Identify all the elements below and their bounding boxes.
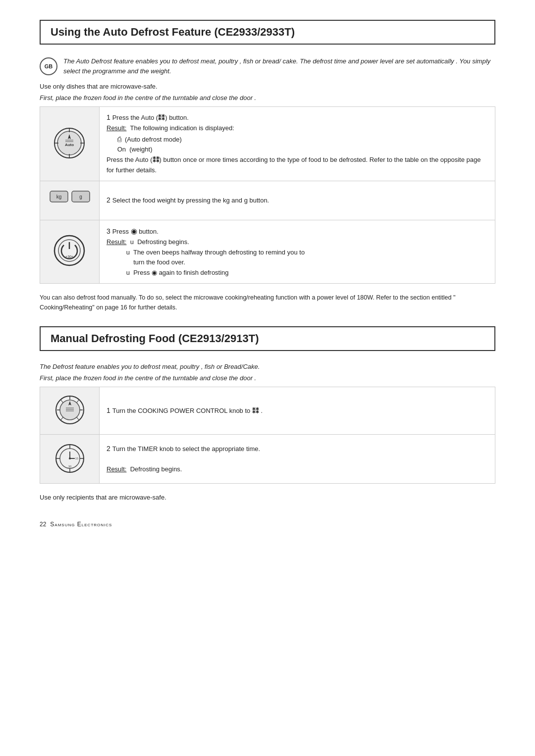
section2-footer-note: Use only recipients that are microwave-s…	[40, 494, 495, 501]
step1-text-cell: 1 Press the Auto (⁑⁑) button. Result: Th…	[100, 107, 495, 181]
step2-row: kg g 2 Select the food weight by pressin…	[40, 181, 495, 220]
power-control-knob-icon	[48, 392, 92, 428]
svg-text:kg: kg	[56, 194, 61, 200]
kg-g-icon: kg g	[48, 186, 92, 213]
manual-step2-text-cell: 2 Turn the TIMER knob to select the appr…	[100, 434, 495, 483]
svg-text:Auto: Auto	[65, 143, 74, 147]
section2-steps-table: 1 Turn the COOKING POWER CONTROL knob to…	[40, 387, 495, 484]
section1-title: Using the Auto Defrost Feature (CE2933/2…	[40, 20, 495, 45]
section1-note: Use only dishes that are microwave-safe.	[40, 83, 495, 90]
svg-text:15: 15	[75, 457, 78, 460]
manual-step1-text-cell: 1 Turn the COOKING POWER CONTROL knob to…	[100, 387, 495, 434]
svg-text:30: 30	[68, 465, 71, 468]
page-number: 22	[40, 521, 46, 528]
gb-badge: GB	[40, 57, 57, 75]
svg-point-38	[69, 457, 71, 459]
manual-step1-number: 1	[107, 406, 112, 414]
section1-placement: First, place the frozen food in the cent…	[40, 94, 495, 101]
step2-text-cell: 2 Select the food weight by pressing the…	[100, 181, 495, 220]
section1-steps-table: Auto 1 Press the Auto (⁑⁑) button. Resul…	[40, 106, 495, 284]
manual-step2-icon-cell: 30 15	[40, 434, 100, 483]
section1: Using the Auto Defrost Feature (CE2933/2…	[40, 20, 495, 312]
start-button-icon: +30s	[51, 232, 88, 269]
brand-name: Samsung Electronics	[50, 521, 112, 528]
step1-row: Auto 1 Press the Auto (⁑⁑) button. Resul…	[40, 107, 495, 181]
manual-step1-icon-cell	[40, 387, 100, 434]
step3-number: 3	[107, 227, 112, 235]
manual-step2-row: 30 15 2 Turn the TIMER knob to select th…	[40, 434, 495, 483]
svg-text:g: g	[79, 194, 82, 200]
section2: Manual Defrosting Food (CE2913/2913T) Th…	[40, 326, 495, 501]
svg-point-14	[54, 236, 84, 265]
step1-number: 1	[107, 113, 112, 121]
timer-knob-icon: 30 15	[48, 440, 92, 477]
manual-step2-number: 2	[107, 445, 112, 453]
step2-number: 2	[107, 196, 112, 204]
step1-icon-cell: Auto	[40, 107, 100, 181]
auto-knob-icon: Auto	[49, 125, 91, 161]
svg-line-24	[61, 417, 63, 420]
svg-line-22	[61, 400, 63, 403]
svg-line-25	[77, 417, 79, 420]
step3-row: +30s 3 Press ◉ button. Result: u Defrost…	[40, 220, 495, 283]
section2-intro: The Defrost feature enables you to defro…	[40, 363, 495, 370]
section1-intro: The Auto Defrost feature enables you to …	[63, 56, 495, 76]
section2-title: Manual Defrosting Food (CE2913/2913T)	[40, 326, 495, 351]
step3-icon-cell: +30s	[40, 220, 100, 283]
step2-icon-cell: kg g	[40, 181, 100, 220]
step3-text-cell: 3 Press ◉ button. Result: u Defrosting b…	[100, 220, 495, 283]
manual-defrost-note: You can also defrost food manually. To d…	[40, 293, 495, 312]
svg-line-23	[77, 400, 79, 403]
section2-placement: First, place the frozen food in the cent…	[40, 374, 495, 382]
svg-text:+30s: +30s	[65, 254, 74, 259]
page-footer: 22 Samsung Electronics	[40, 521, 495, 528]
manual-step1-row: 1 Turn the COOKING POWER CONTROL knob to…	[40, 387, 495, 434]
